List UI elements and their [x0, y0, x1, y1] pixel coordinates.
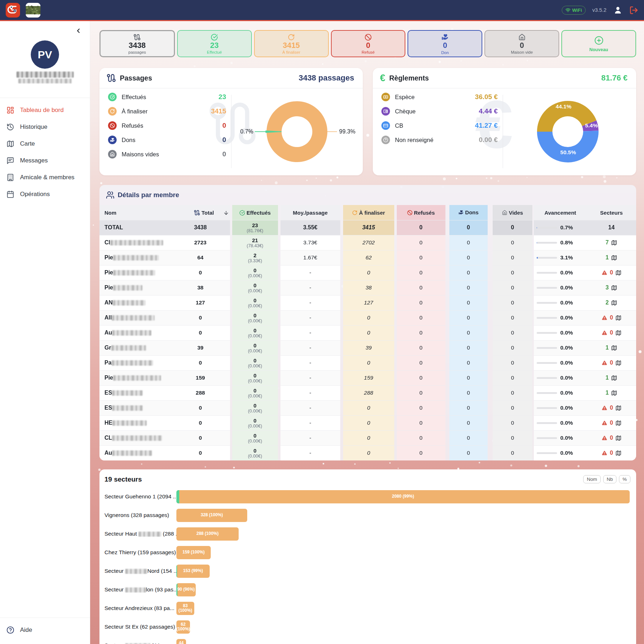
svg-text:44.1%: 44.1% — [556, 103, 571, 109]
svg-text:0.7%: 0.7% — [240, 128, 253, 135]
svg-text:99.3%: 99.3% — [339, 128, 355, 135]
svg-text:50.5%: 50.5% — [560, 149, 576, 155]
svg-text:5.4%: 5.4% — [585, 122, 598, 128]
